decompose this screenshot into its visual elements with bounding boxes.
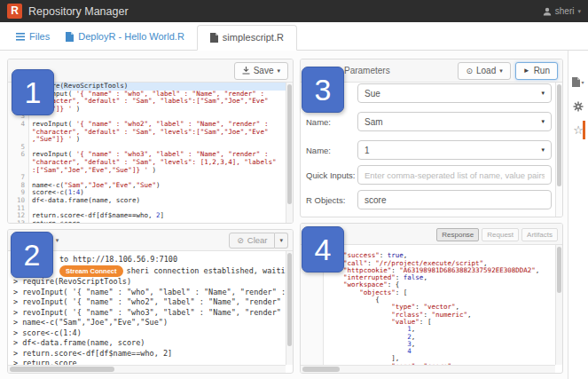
- console-line: > revoInput( '{ "name" : "who2", "label"…: [13, 297, 286, 308]
- param-row: Name:1▾: [306, 140, 552, 160]
- response-horizontal-scrollbar[interactable]: [301, 365, 555, 373]
- tab-response[interactable]: Response: [436, 228, 479, 241]
- annotation-badge-2: 2: [11, 232, 53, 278]
- chevron-down-icon: ▾: [541, 146, 545, 154]
- clear-button-group: ⊘ Clear ▾: [229, 233, 288, 249]
- tab-label: Files: [29, 31, 50, 42]
- line-number: 6: [8, 151, 29, 159]
- chevron-down-icon: ▾: [279, 237, 283, 244]
- console-vertical-scrollbar[interactable]: [286, 251, 293, 365]
- console-line: > revoInput( '{ "name" : "who3", "label"…: [13, 308, 286, 319]
- console-line: > revoInput( '{ "name" : "who", "label" …: [13, 288, 286, 298]
- code-text: return.score: [29, 220, 286, 223]
- param-select-value: Sue: [365, 89, 380, 99]
- chevron-down-icon: ▾: [277, 67, 280, 75]
- line-number: [8, 159, 29, 167]
- file-icon: [66, 32, 74, 42]
- param-select[interactable]: 1▾: [357, 140, 552, 160]
- editor-vertical-scrollbar[interactable]: [286, 83, 293, 223]
- tab-request[interactable]: Request: [482, 228, 519, 241]
- param-select-value: 1: [365, 146, 370, 155]
- console-text: > return.score: [13, 359, 77, 365]
- line-number: [8, 136, 29, 144]
- param-label: Quick Inputs:: [306, 170, 357, 180]
- param-select[interactable]: Sam▾: [357, 112, 552, 131]
- annotation-badge-1: 1: [12, 69, 54, 115]
- save-button[interactable]: Save ▾: [234, 62, 288, 80]
- chevron-down-icon: ▾: [577, 8, 581, 15]
- sidebar-favorites[interactable]: ☆: [568, 118, 588, 142]
- code-text: df<-data.frame(name, score): [29, 197, 286, 205]
- code-line: ,"Sue"]} ' ): [8, 136, 286, 144]
- clear-button[interactable]: ⊘ Clear: [229, 233, 275, 249]
- clear-icon: ⊘: [237, 236, 244, 245]
- console-text: > score<-c(1:4): [13, 328, 82, 337]
- code-line: 13return.score: [8, 220, 286, 223]
- param-row: Name:Sam▾: [306, 112, 552, 131]
- tab-label: simplescript.R: [223, 32, 284, 43]
- tab-simplescript-r[interactable]: simplescript.R: [197, 25, 297, 51]
- code-text: ,"Sue"]} ' ): [29, 136, 286, 144]
- tab-artifacts[interactable]: Artifacts: [521, 228, 558, 241]
- repository-manager-app: R Repository Manager sheri ▾ FilesDeploy…: [0, 0, 588, 379]
- console-line: > df<-data.frame(name, score): [13, 338, 286, 349]
- gear-icon: [573, 101, 584, 112]
- line-number: [8, 167, 29, 175]
- chevron-down-icon: ▾: [56, 237, 59, 244]
- param-label: Name:: [306, 117, 357, 127]
- save-icon: [242, 67, 250, 75]
- param-row: Quick Inputs:: [306, 165, 552, 185]
- play-icon: ►: [523, 67, 530, 75]
- right-sidebar: ▾ ☆: [568, 51, 588, 379]
- tab-files[interactable]: Files: [16, 31, 50, 42]
- sidebar-file-menu[interactable]: ▾: [568, 70, 588, 94]
- param-row: R Objects:: [306, 190, 552, 209]
- console-line: > return.score: [13, 359, 286, 365]
- console-text: sheri connection established, waiting: [127, 266, 286, 275]
- code-text: ,"Sue"]} ' ): [29, 106, 286, 114]
- app-header: R Repository Manager sheri ▾: [0, 0, 588, 22]
- line-number: [8, 129, 29, 137]
- line-number: 7: [8, 174, 29, 182]
- clear-dropdown-button[interactable]: ▾: [275, 233, 288, 249]
- tab-bar: FilesDeployR - Hello World.Rsimplescript…: [0, 22, 588, 51]
- console-horizontal-scrollbar[interactable]: [8, 365, 286, 373]
- console-text: > return.score<-df[df$name==who, 2]: [13, 349, 172, 358]
- response-vertical-scrollbar[interactable]: [555, 245, 562, 365]
- parameters-title: Parameters: [344, 66, 390, 75]
- console-line: Stream Connectsheri connection establish…: [13, 265, 286, 278]
- param-label: Name:: [306, 146, 357, 155]
- run-button[interactable]: ► Run: [515, 62, 558, 80]
- chevron-down-icon: ▾: [581, 79, 584, 85]
- active-indicator-bar: [583, 121, 585, 139]
- response-tab-group: ResponseRequestArtifacts: [434, 229, 558, 239]
- chevron-down-icon: ▾: [541, 90, 545, 97]
- r-objects-field[interactable]: [357, 190, 552, 209]
- line-number: 4: [8, 121, 29, 129]
- user-menu[interactable]: sheri ▾: [543, 6, 581, 16]
- line-number: 13: [8, 220, 29, 223]
- console-text: > name<-c("Sam","Joe","Eve","Sue"): [13, 318, 168, 327]
- stream-connect-badge: Stream Connect: [59, 265, 123, 278]
- quick-inputs-field[interactable]: [357, 165, 552, 185]
- deployr-logo: R: [7, 4, 22, 19]
- chevron-down-icon: ▾: [499, 67, 503, 75]
- file-icon: [210, 33, 218, 43]
- annotation-badge-3: 3: [302, 67, 344, 113]
- line-number: 5: [8, 144, 29, 152]
- load-button[interactable]: ⊙ Load ▾: [458, 62, 510, 80]
- file-icon: [572, 77, 580, 87]
- code-line: 10df<-data.frame(name, score): [8, 197, 286, 205]
- app-title: Repository Manager: [28, 5, 129, 18]
- chevron-down-icon: ▾: [541, 118, 545, 125]
- annotation-badge-4: 4: [302, 226, 344, 272]
- list-icon: [16, 33, 25, 41]
- tab-deployr-hello-world-r[interactable]: DeployR - Hello World.R: [66, 31, 184, 42]
- console-line: > name<-c("Sam","Joe","Eve","Sue"): [13, 318, 286, 328]
- tab-label: DeployR - Hello World.R: [78, 31, 184, 42]
- sidebar-settings[interactable]: [568, 94, 588, 118]
- param-select[interactable]: Sue▾: [357, 83, 552, 103]
- parameters-vertical-scrollbar[interactable]: [555, 83, 562, 217]
- code-line: :["Sam","Joe","Eve","Sue"]} ' ): [8, 167, 286, 175]
- param-select-value: Sam: [365, 117, 383, 127]
